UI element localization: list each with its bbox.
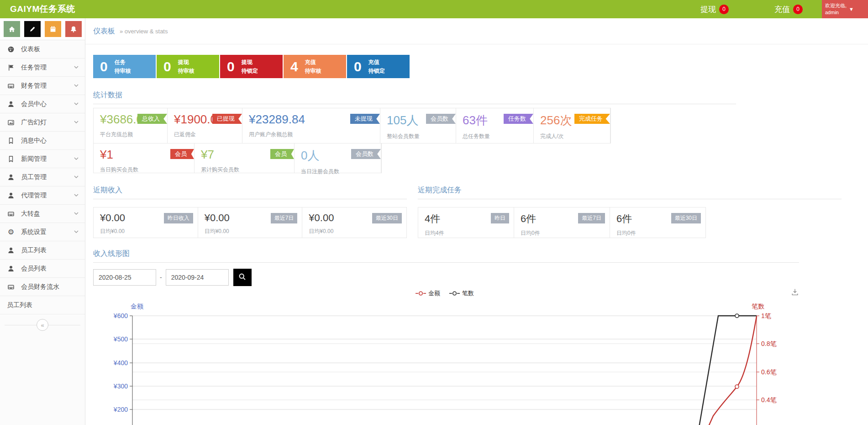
sidebar-item-label: 系统设置 [21, 228, 47, 236]
chevron-down-icon [74, 194, 79, 197]
legend-marker [449, 291, 460, 296]
card-badge: 最近30日 [671, 213, 701, 223]
series-amount-marker [735, 385, 739, 388]
income-line-chart[interactable]: 金额 笔数 ¥600 ¥500 ¥400 ¥300 ¥200 ¥100 [93, 300, 856, 425]
stat-badge: 会员 [270, 149, 294, 159]
stat-total-income: ¥3686.00 总收入 平台充值总额 [94, 108, 168, 143]
sidebar-item-members[interactable]: 会员中心 [0, 95, 85, 113]
sidebar-item-wheel[interactable]: 大转盘 [0, 205, 85, 223]
pencil-icon[interactable] [24, 21, 41, 37]
date-to-input[interactable] [166, 269, 229, 286]
legend-label: 金额 [428, 289, 440, 298]
card-badge: 最近7日 [578, 213, 605, 223]
svg-text:0.8笔: 0.8笔 [761, 340, 776, 347]
stats-title: 统计数据 [93, 90, 868, 100]
summary-line2: 待锁定 [242, 68, 258, 74]
stat-badge: 会员数 [426, 114, 456, 124]
stat-badge: 会员数 [351, 149, 381, 159]
recharge-shortcut[interactable]: 充值 0 [774, 4, 803, 15]
card-badge: 昨日收入 [164, 213, 193, 223]
gear-icon: ⚙ [7, 228, 15, 236]
sidebar-item-label: 代理管理 [21, 191, 47, 200]
date-filter: - [93, 269, 868, 286]
date-from-input[interactable] [93, 269, 156, 286]
summary-box-recharge-review[interactable]: 4 充值 待审核 [284, 55, 346, 78]
legend-label: 笔数 [462, 289, 474, 298]
legend-item-count[interactable]: 笔数 [449, 289, 474, 298]
summary-value: 4 [290, 59, 298, 74]
search-button[interactable] [233, 269, 252, 286]
sidebar-item-staff-list-sub[interactable]: 员工列表 [0, 296, 85, 314]
summary-box-tasks-pending[interactable]: 0 任务 待审核 [93, 55, 156, 78]
stat-badge: 会员 [170, 149, 194, 159]
series-count-marker [735, 314, 739, 318]
summary-box-recharge-lock[interactable]: 0 充值 待锁定 [347, 55, 410, 78]
tasks-card-7d: 6件 最近7日 日均0件 [514, 207, 610, 238]
sidebar-item-member-finance[interactable]: 会员财务流水 [0, 278, 85, 296]
breadcrumb: 仪表板 » overview & stats [85, 18, 868, 44]
date-separator: - [160, 274, 162, 281]
sidebar-item-label: 员工管理 [21, 173, 47, 181]
chevron-down-icon [74, 230, 79, 234]
summary-boxes: 0 任务 待审核 0 提现 待审核 0 提现 待锁定 4 充值 待审核 [93, 55, 868, 78]
sidebar-item-label: 会员财务流水 [21, 283, 59, 291]
sidebar-item-member-list[interactable]: 会员列表 [0, 260, 85, 278]
chevron-down-icon [74, 175, 79, 179]
sidebar-item-messages[interactable]: 消息中心 [0, 132, 85, 150]
legend-item-amount[interactable]: 金额 [416, 289, 440, 298]
sidebar-item-news[interactable]: 新闻管理 [0, 150, 85, 168]
chart-title: 收入线形图 [93, 249, 868, 259]
svg-text:¥300: ¥300 [113, 382, 128, 390]
summary-line1: 提现 [178, 59, 189, 65]
sidebar-item-label: 会员中心 [21, 100, 47, 108]
user-icon [7, 192, 15, 199]
caret-down-icon: ▼ [849, 6, 854, 12]
income-card-7d: ¥0.00 最近7日 日均¥0.00 [198, 207, 303, 238]
summary-line2: 待审核 [115, 68, 131, 74]
sidebar-item-label: 新闻管理 [21, 155, 47, 163]
chevron-down-icon [74, 102, 79, 106]
user-icon [7, 174, 15, 181]
sidebar-item-tasks[interactable]: 任务管理 [0, 58, 85, 77]
series-count-line [694, 316, 757, 425]
bookmark-icon [7, 137, 15, 144]
svg-text:0.4笔: 0.4笔 [761, 396, 776, 404]
tasks-card-yesterday: 4件 昨日 日均4件 [418, 207, 514, 238]
sidebar-item-finance[interactable]: 财务管理 [0, 77, 85, 95]
sidebar-item-staff-list[interactable]: 员工列表 [0, 241, 85, 260]
home-icon[interactable] [4, 21, 20, 37]
summary-box-withdraw-lock[interactable]: 0 提现 待锁定 [220, 55, 283, 78]
sidebar-collapse-button[interactable]: « [37, 319, 48, 331]
chart-legend: 金额 笔数 [416, 289, 474, 298]
summary-value: 0 [163, 59, 171, 74]
sidebar-item-dashboard[interactable]: 仪表板 [0, 40, 85, 58]
bell-icon[interactable] [65, 21, 82, 37]
sidebar-item-staff[interactable]: 员工管理 [0, 168, 85, 186]
stat-task-count: 63件 任务数 总任务数量 [456, 108, 534, 143]
breadcrumb-trail: » overview & stats [120, 28, 168, 35]
stat-total-member-buy: ¥7 会员 累计购买会员数 [195, 143, 295, 173]
stats-row-2: ¥1 会员 当日购买会员数 ¥7 会员 累计购买会员数 0人 会员数 当日注册会… [93, 143, 382, 173]
sidebar-item-agents[interactable]: 代理管理 [0, 186, 85, 205]
summary-box-withdraw-review[interactable]: 0 提现 待审核 [157, 55, 219, 78]
stat-member-count: 105人 会员数 整站会员数量 [380, 108, 456, 143]
summary-line2: 待审核 [178, 68, 195, 74]
app-title: GAIYM任务系统 [0, 3, 75, 15]
flag-icon [7, 64, 15, 71]
download-icon[interactable] [791, 288, 799, 298]
sidebar-toolbar [0, 18, 85, 40]
stat-badge: 完成任务 [574, 114, 610, 124]
stat-subtitle: 总任务数量 [463, 133, 528, 140]
chevron-down-icon [74, 121, 79, 124]
stat-subtitle: 当日注册会员数 [301, 168, 375, 175]
sidebar-item-ads[interactable]: 广告幻灯 [0, 113, 85, 132]
search-icon [238, 273, 246, 282]
drive-icon [7, 210, 15, 218]
sidebar-item-label: 财务管理 [21, 82, 47, 90]
chevron-down-icon [74, 157, 79, 160]
admin-dropdown[interactable]: 欢迎光临, admin ▼ [822, 0, 868, 18]
breadcrumb-current[interactable]: 仪表板 [93, 27, 115, 36]
gift-icon[interactable] [45, 21, 61, 37]
sidebar-item-settings[interactable]: ⚙ 系统设置 [0, 223, 85, 241]
withdraw-shortcut[interactable]: 提现 0 [700, 4, 729, 15]
